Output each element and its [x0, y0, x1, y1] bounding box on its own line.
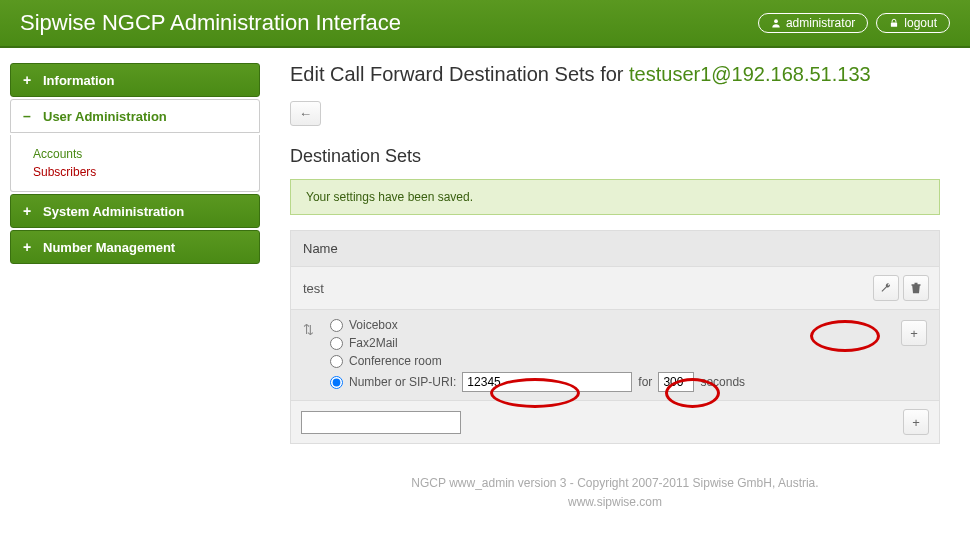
seconds-label: seconds — [700, 375, 745, 389]
user-label: administrator — [786, 16, 855, 30]
set-name: test — [303, 281, 324, 296]
page-footer: NGCP www_admin version 3 - Copyright 200… — [290, 474, 940, 512]
footer-copyright: NGCP www_admin version 3 - Copyright 200… — [290, 474, 940, 493]
footer-link[interactable]: www.sipwise.com — [290, 493, 940, 512]
add-set-button[interactable]: + — [903, 409, 929, 435]
sidebar-subitem-subscribers[interactable]: Subscribers — [33, 163, 237, 181]
radio-fax2mail[interactable]: Fax2Mail — [330, 336, 885, 350]
sidebar-item-label: Number Management — [43, 240, 175, 255]
new-set-name-input[interactable] — [301, 411, 461, 434]
trash-icon — [910, 282, 922, 294]
for-label: for — [638, 375, 652, 389]
delete-set-button[interactable] — [903, 275, 929, 301]
logout-button[interactable]: logout — [876, 13, 950, 33]
radio-voicebox-label: Voicebox — [349, 318, 398, 332]
sidebar-item-label: User Administration — [43, 109, 167, 124]
radio-sip-uri-input[interactable] — [330, 376, 343, 389]
destination-row: ⇅ Voicebox Fax2Mail Conference room — [291, 310, 939, 401]
sidebar-subitem-accounts[interactable]: Accounts — [33, 145, 237, 163]
plus-icon: + — [23, 203, 33, 219]
subscriber-link[interactable]: testuser1@192.168.51.133 — [629, 63, 871, 85]
app-title: Sipwise NGCP Administration Interface — [20, 10, 401, 36]
plus-icon: + — [23, 239, 33, 255]
arrow-left-icon: ← — [299, 106, 312, 121]
page-title-prefix: Edit Call Forward Destination Sets for — [290, 63, 629, 85]
header-buttons: administrator logout — [758, 13, 950, 33]
plus-icon: + — [912, 415, 920, 430]
radio-fax2mail-label: Fax2Mail — [349, 336, 398, 350]
back-button[interactable]: ← — [290, 101, 321, 126]
set-row-actions — [873, 275, 929, 301]
radio-sip-uri[interactable]: Number or SIP-URI: for seconds — [330, 372, 885, 392]
radio-fax2mail-input[interactable] — [330, 337, 343, 350]
logout-label: logout — [904, 16, 937, 30]
page-title: Edit Call Forward Destination Sets for t… — [290, 63, 940, 86]
flash-message: Your settings have been saved. — [290, 179, 940, 215]
radio-conference-input[interactable] — [330, 355, 343, 368]
main-content: Edit Call Forward Destination Sets for t… — [290, 63, 960, 512]
section-title: Destination Sets — [290, 146, 940, 167]
new-set-row: + — [291, 401, 939, 443]
lock-icon — [889, 18, 899, 28]
current-user-button[interactable]: administrator — [758, 13, 868, 33]
wrench-icon — [880, 282, 892, 294]
destination-type-group: Voicebox Fax2Mail Conference room Number… — [330, 318, 885, 392]
sidebar-item-label: Information — [43, 73, 115, 88]
plus-icon: + — [23, 72, 33, 88]
table-header-name: Name — [291, 231, 939, 267]
sidebar-item-user-administration[interactable]: – User Administration — [10, 99, 260, 133]
add-destination-button[interactable]: + — [901, 320, 927, 346]
header-bar: Sipwise NGCP Administration Interface ad… — [0, 0, 970, 48]
sidebar-item-label: System Administration — [43, 204, 184, 219]
sidebar: + Information – User Administration Acco… — [10, 63, 260, 512]
duration-input[interactable] — [658, 372, 694, 392]
svg-point-0 — [774, 19, 778, 23]
set-row: test — [291, 267, 939, 310]
edit-set-button[interactable] — [873, 275, 899, 301]
plus-icon: + — [910, 326, 918, 341]
sidebar-item-number-management[interactable]: + Number Management — [10, 230, 260, 264]
radio-voicebox[interactable]: Voicebox — [330, 318, 885, 332]
radio-conference[interactable]: Conference room — [330, 354, 885, 368]
sidebar-submenu: Accounts Subscribers — [10, 135, 260, 192]
radio-voicebox-input[interactable] — [330, 319, 343, 332]
radio-sip-uri-label: Number or SIP-URI: — [349, 375, 456, 389]
sip-uri-input[interactable] — [462, 372, 632, 392]
radio-conference-label: Conference room — [349, 354, 442, 368]
drag-handle-icon[interactable]: ⇅ — [303, 318, 314, 337]
sidebar-item-information[interactable]: + Information — [10, 63, 260, 97]
sidebar-item-system-administration[interactable]: + System Administration — [10, 194, 260, 228]
user-icon — [771, 18, 781, 28]
minus-icon: – — [23, 108, 33, 124]
svg-rect-1 — [891, 22, 897, 26]
destination-sets-table: Name test ⇅ Voicebox — [290, 230, 940, 444]
